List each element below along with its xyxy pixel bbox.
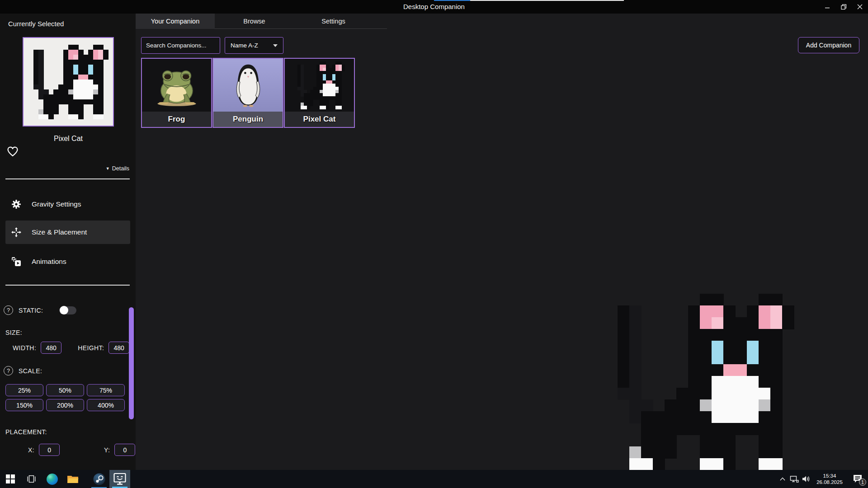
details-expander[interactable]: ▼ Details — [106, 165, 129, 172]
chevron-down-icon — [273, 44, 278, 47]
sidebar-item-gravity-settings[interactable]: Gravity Settings — [5, 192, 130, 216]
scale-400-button[interactable]: 400% — [87, 399, 125, 411]
restore-button[interactable] — [835, 0, 852, 14]
scale-75-button[interactable]: 75% — [87, 384, 125, 396]
tab-settings[interactable]: Settings — [294, 14, 373, 29]
penguin-thumbnail — [213, 59, 283, 112]
frog-illustration — [152, 64, 201, 107]
help-icon[interactable]: ? — [4, 305, 13, 315]
desktop-screen: Desktop Companion Currently Selected Pix… — [0, 0, 868, 488]
sidebar: Currently Selected Pixel Cat ▼ Details — [0, 14, 136, 470]
notification-center-button[interactable]: 1 — [847, 470, 868, 488]
size-inputs-row: WIDTH: HEIGHT: — [13, 342, 129, 354]
companion-name: Frog — [142, 112, 211, 127]
task-view-button[interactable] — [21, 470, 42, 488]
minimize-icon — [825, 4, 830, 9]
help-glyph: ? — [7, 368, 10, 374]
edge-icon — [47, 474, 58, 485]
tab-strip: Your Companion Browse Settings — [136, 14, 387, 29]
volume-button[interactable] — [800, 470, 812, 488]
companion-card-penguin[interactable]: Penguin — [212, 58, 283, 128]
scale-50-button[interactable]: 50% — [46, 384, 84, 396]
currently-selected-label: Currently Selected — [8, 20, 64, 28]
sort-value: Name A-Z — [231, 42, 258, 49]
selected-companion-name: Pixel Cat — [23, 135, 114, 143]
search-input[interactable] — [141, 37, 220, 54]
file-explorer-icon — [67, 474, 79, 484]
taskbar-clock[interactable]: 15:34 26.08.2025 — [812, 473, 847, 485]
sidebar-item-label: Animations — [32, 258, 66, 266]
details-caret-icon: ▼ — [106, 166, 110, 171]
static-row: ? STATIC: — [4, 305, 76, 315]
minimize-button[interactable] — [819, 0, 835, 14]
clock-time: 15:34 — [812, 473, 847, 479]
restore-icon — [841, 4, 847, 10]
selected-companion-thumbnail[interactable] — [23, 37, 114, 127]
window-title: Desktop Companion — [0, 0, 868, 14]
toggle-knob — [60, 306, 68, 314]
sidebar-scrollbar[interactable] — [129, 307, 134, 419]
tab-your-companion[interactable]: Your Companion — [136, 14, 215, 29]
scale-buttons-row-2: 150% 200% 400% — [5, 399, 125, 411]
x-label: X: — [28, 446, 34, 454]
x-input[interactable] — [39, 444, 60, 456]
scale-150-button[interactable]: 150% — [5, 399, 43, 411]
companion-name: Pixel Cat — [285, 112, 354, 127]
width-label: WIDTH: — [13, 344, 36, 352]
network-status-button[interactable] — [788, 470, 800, 488]
start-button[interactable] — [0, 470, 21, 488]
gear-icon — [11, 199, 22, 210]
system-tray: 15:34 26.08.2025 1 — [777, 470, 868, 488]
penguin-illustration — [231, 62, 265, 109]
size-label: SIZE: — [5, 329, 22, 336]
steam-icon — [93, 473, 105, 485]
tray-chevron-up-button[interactable] — [777, 470, 788, 488]
steam-button[interactable] — [89, 470, 109, 488]
sidebar-item-label: Size & Placement — [32, 228, 87, 236]
notification-badge: 1 — [859, 479, 866, 486]
divider — [5, 285, 130, 286]
placement-inputs-row: X: Y: — [28, 444, 135, 456]
network-icon — [790, 475, 799, 483]
height-input[interactable] — [108, 342, 129, 354]
close-button[interactable] — [852, 0, 868, 14]
height-label: HEIGHT: — [78, 344, 104, 352]
desktop-companion-icon — [113, 473, 127, 485]
animations-icon — [11, 256, 22, 267]
scale-25-button[interactable]: 25% — [5, 384, 43, 396]
frog-thumbnail — [142, 59, 211, 112]
add-companion-button[interactable]: Add Companion — [798, 37, 859, 53]
help-icon[interactable]: ? — [4, 366, 13, 375]
pixel-cat-card-art — [294, 61, 345, 109]
static-toggle[interactable] — [59, 306, 76, 314]
width-input[interactable] — [41, 342, 61, 354]
tab-browse[interactable]: Browse — [215, 14, 294, 29]
favorite-button[interactable] — [6, 145, 19, 157]
chevron-up-icon — [779, 477, 786, 481]
desktop-companion-app-button[interactable] — [109, 470, 130, 488]
sidebar-item-animations[interactable]: Animations — [5, 250, 130, 273]
help-glyph: ? — [7, 307, 10, 314]
static-label: STATIC: — [19, 307, 43, 314]
companion-card-frog[interactable]: Frog — [141, 58, 212, 128]
scale-row: ? SCALE: — [4, 366, 42, 375]
scale-200-button[interactable]: 200% — [46, 399, 84, 411]
heart-outline-icon — [6, 145, 19, 157]
sidebar-item-size-placement[interactable]: Size & Placement — [5, 221, 130, 244]
move-icon — [11, 227, 22, 238]
file-explorer-button[interactable] — [62, 470, 83, 488]
y-input[interactable] — [114, 444, 135, 456]
edge-browser-button[interactable] — [42, 470, 62, 488]
title-bar: Desktop Companion — [0, 0, 868, 14]
details-label: Details — [112, 165, 129, 172]
scale-label: SCALE: — [19, 367, 42, 375]
desktop-pet-cat[interactable] — [606, 294, 794, 470]
sort-dropdown[interactable]: Name A-Z — [225, 37, 283, 54]
companion-card-pixel-cat[interactable]: Pixel Cat — [284, 58, 355, 128]
taskbar: 15:34 26.08.2025 1 — [0, 470, 868, 488]
task-view-icon — [26, 474, 36, 484]
companion-name: Penguin — [213, 112, 283, 127]
speaker-icon — [802, 475, 811, 483]
y-label: Y: — [104, 446, 110, 454]
sidebar-item-label: Gravity Settings — [32, 200, 81, 208]
